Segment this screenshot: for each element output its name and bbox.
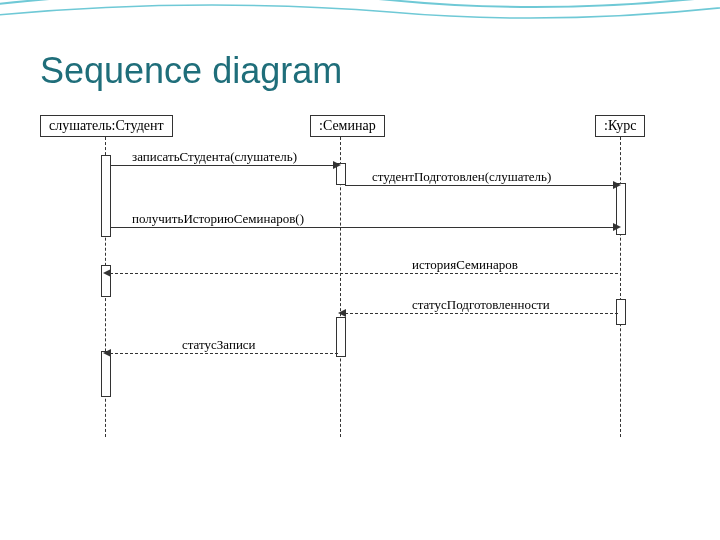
message-line-m3: [110, 227, 615, 228]
return-line-r3: [110, 353, 338, 354]
return-label-r1: историяСеминаров: [410, 257, 520, 273]
lifeline-box-course: :Курс: [595, 115, 645, 137]
lifeline-box-seminar: :Семинар: [310, 115, 385, 137]
activation-seminar-2: [336, 317, 346, 357]
sequence-diagram: слушатель:Студент :Семинар :Курс записат…: [40, 115, 680, 445]
activation-student-1: [101, 155, 111, 237]
message-label-m3: получитьИсториюСеминаров(): [130, 211, 306, 227]
message-label-m2: студентПодготовлен(слушатель): [370, 169, 553, 185]
return-label-r2: статусПодготовленности: [410, 297, 552, 313]
message-label-m1: записатьСтудента(слушатель): [130, 149, 299, 165]
message-line-m1: [110, 165, 335, 166]
arrow-icon: [103, 269, 111, 277]
arrow-icon: [613, 223, 621, 231]
activation-student-3: [101, 351, 111, 397]
lifeline-box-student: слушатель:Студент: [40, 115, 173, 137]
arrow-icon: [338, 309, 346, 317]
slide-title: Sequence diagram: [40, 50, 342, 92]
activation-course-2: [616, 299, 626, 325]
arrow-icon: [103, 349, 111, 357]
arrow-icon: [613, 181, 621, 189]
return-line-r2: [345, 313, 618, 314]
return-line-r1: [110, 273, 618, 274]
return-label-r3: статусЗаписи: [180, 337, 258, 353]
message-line-m2: [345, 185, 615, 186]
arrow-icon: [333, 161, 341, 169]
